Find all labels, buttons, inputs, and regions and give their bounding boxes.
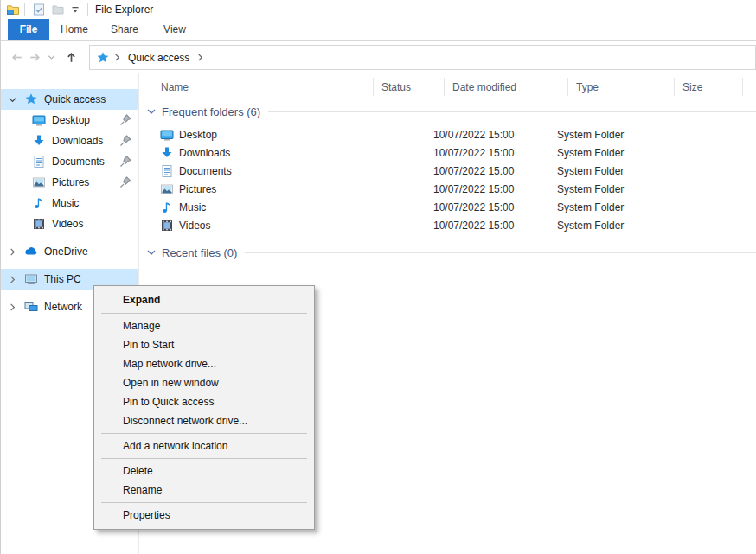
network-icon <box>24 300 38 314</box>
title-bar: File Explorer <box>1 0 756 19</box>
column-divider[interactable] <box>373 78 374 96</box>
menu-item-disconnect-network-drive[interactable]: Disconnect network drive... <box>94 411 314 430</box>
column-header-name[interactable]: Name <box>161 81 381 93</box>
file-date-modified: 10/07/2022 15:00 <box>433 147 557 159</box>
pin-icon <box>119 113 132 127</box>
pictures-icon <box>160 182 174 196</box>
music-icon <box>32 196 46 210</box>
pictures-icon <box>32 175 46 189</box>
tab-view[interactable]: View <box>150 19 200 40</box>
menu-item-delete[interactable]: Delete <box>94 462 314 481</box>
file-type: System Folder <box>557 165 695 177</box>
sidebar-item-videos[interactable]: Videos <box>1 213 138 234</box>
pin-icon <box>119 155 132 169</box>
sidebar-item-downloads[interactable]: Downloads <box>1 131 138 151</box>
breadcrumb-location[interactable]: Quick access <box>128 52 189 64</box>
tab-file[interactable]: File <box>8 19 49 40</box>
column-header-type[interactable]: Type <box>576 81 682 93</box>
menu-item-rename[interactable]: Rename <box>94 481 314 500</box>
file-row-downloads[interactable]: Downloads 10/07/2022 15:00 System Folder <box>139 143 756 162</box>
breadcrumb-chevron-icon[interactable] <box>112 53 122 62</box>
chevron-right-icon[interactable] <box>8 302 20 312</box>
ribbon-tab-bar: File Home Share View <box>1 19 756 41</box>
sidebar-item-pictures[interactable]: Pictures <box>1 172 138 193</box>
sidebar-item-onedrive[interactable]: OneDrive <box>1 241 138 262</box>
file-type: System Folder <box>557 129 695 141</box>
desktop-icon <box>160 128 174 142</box>
qat-separator <box>24 3 25 16</box>
downloads-icon <box>160 146 174 160</box>
column-headers: Name Status Date modified Type Size <box>139 73 756 100</box>
chevron-right-icon[interactable] <box>8 246 20 257</box>
chevron-down-icon[interactable] <box>146 106 157 117</box>
column-header-date-modified[interactable]: Date modified <box>452 81 576 93</box>
file-row-pictures[interactable]: Pictures 10/07/2022 15:00 System Folder <box>139 180 756 198</box>
column-divider[interactable] <box>742 78 743 96</box>
tab-share[interactable]: Share <box>99 19 150 40</box>
properties-check-icon <box>32 3 46 16</box>
sidebar-item-label: This PC <box>44 273 81 285</box>
menu-item-open-in-new-window[interactable]: Open in new window <box>94 373 314 392</box>
file-name: Videos <box>179 220 433 232</box>
tab-home[interactable]: Home <box>49 19 99 40</box>
file-date-modified: 10/07/2022 15:00 <box>433 201 557 213</box>
file-type: System Folder <box>557 220 695 232</box>
file-row-music[interactable]: Music 10/07/2022 15:00 System Folder <box>139 198 756 216</box>
menu-item-expand[interactable]: Expand <box>94 290 314 310</box>
sidebar-item-desktop[interactable]: Desktop <box>1 110 138 131</box>
onedrive-cloud-icon <box>24 245 38 258</box>
quick-access-star-icon <box>24 92 38 106</box>
file-type: System Folder <box>557 147 695 159</box>
back-arrow-icon <box>10 50 24 65</box>
file-type: System Folder <box>557 183 695 195</box>
file-row-desktop[interactable]: Desktop 10/07/2022 15:00 System Folder <box>139 125 756 143</box>
group-header-recent-files[interactable]: Recent files (0) <box>139 241 756 264</box>
window-title: File Explorer <box>95 3 153 16</box>
menu-item-pin-to-quick-access[interactable]: Pin to Quick access <box>94 392 314 411</box>
recent-locations-button[interactable] <box>46 52 57 63</box>
forward-button[interactable] <box>26 48 44 67</box>
up-button[interactable] <box>62 48 80 67</box>
column-header-status[interactable]: Status <box>381 81 452 93</box>
chevron-down-icon[interactable] <box>146 247 157 258</box>
desktop-icon <box>32 113 46 127</box>
breadcrumb-chevron-icon[interactable] <box>195 53 205 62</box>
group-header-frequent-folders[interactable]: Frequent folders (6) <box>139 100 756 123</box>
sidebar-item-label: Documents <box>52 156 105 168</box>
sidebar-item-documents[interactable]: Documents <box>1 151 138 172</box>
qat-separator <box>87 3 88 16</box>
file-row-documents[interactable]: Documents 10/07/2022 15:00 System Folder <box>139 162 756 180</box>
menu-item-pin-to-start[interactable]: Pin to Start <box>94 335 314 354</box>
menu-item-add-a-network-location[interactable]: Add a network location <box>94 436 314 455</box>
address-bar[interactable]: Quick access <box>89 45 756 70</box>
column-header-size[interactable]: Size <box>682 81 734 93</box>
column-divider[interactable] <box>567 78 568 96</box>
downloads-icon <box>32 134 46 148</box>
file-row-videos[interactable]: Videos 10/07/2022 15:00 System Folder <box>139 216 756 234</box>
chevron-down-icon[interactable] <box>8 94 20 105</box>
sidebar-item-label: Pictures <box>52 176 89 188</box>
qat-new-folder-button[interactable] <box>48 2 67 17</box>
file-name: Documents <box>179 165 433 177</box>
back-button[interactable] <box>8 48 26 67</box>
file-explorer-window: File Explorer File Home Share View <box>0 0 756 554</box>
context-menu-this-pc: Expand Manage Pin to Start Map network d… <box>93 285 315 530</box>
menu-item-manage[interactable]: Manage <box>94 316 314 335</box>
group-title: Frequent folders (6) <box>162 105 260 118</box>
music-icon <box>160 201 174 214</box>
videos-icon <box>160 219 174 232</box>
menu-item-map-network-drive[interactable]: Map network drive... <box>94 354 314 373</box>
menu-item-properties[interactable]: Properties <box>94 506 314 525</box>
qat-customize-button[interactable] <box>67 3 83 16</box>
this-pc-icon <box>24 272 38 286</box>
file-date-modified: 10/07/2022 15:00 <box>433 165 557 177</box>
sidebar-item-music[interactable]: Music <box>1 193 138 213</box>
column-divider[interactable] <box>444 78 445 96</box>
qat-properties-button[interactable] <box>29 2 48 17</box>
history-dropdown-icon <box>48 54 55 61</box>
sidebar-item-quick-access[interactable]: Quick access <box>1 89 138 110</box>
documents-icon <box>160 164 174 178</box>
chevron-right-icon[interactable] <box>8 274 20 284</box>
column-divider[interactable] <box>674 78 675 96</box>
sidebar-item-label: Network <box>44 301 82 313</box>
